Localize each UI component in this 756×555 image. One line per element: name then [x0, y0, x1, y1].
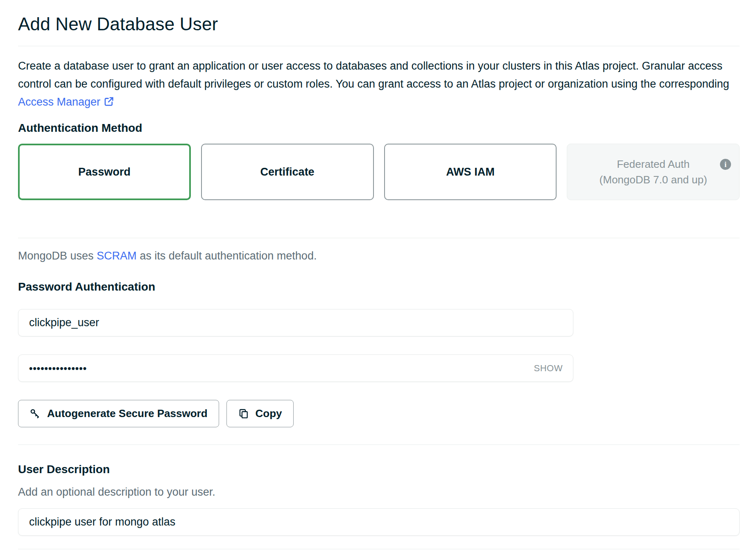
username-input[interactable]	[18, 309, 573, 336]
info-icon[interactable]: i	[720, 159, 731, 170]
user-description-input[interactable]	[18, 508, 740, 536]
password-row: SHOW	[18, 354, 573, 382]
auth-card-aws-iam[interactable]: AWS IAM	[384, 144, 557, 200]
scram-link[interactable]: SCRAM	[97, 250, 137, 262]
add-database-user-page: Add New Database User Create a database …	[0, 0, 756, 549]
section-divider	[18, 238, 740, 238]
title-divider	[18, 46, 740, 46]
intro-text: Create a database user to grant an appli…	[18, 60, 729, 90]
password-section-divider	[18, 444, 740, 445]
username-row	[18, 309, 573, 336]
auth-method-cards: Password Certificate AWS IAM Federated A…	[18, 144, 740, 200]
intro-paragraph: Create a database user to grant an appli…	[18, 57, 740, 111]
page-title: Add New Database User	[18, 14, 740, 34]
description-row	[18, 508, 740, 536]
password-buttons: Autogenerate Secure Password Copy	[18, 400, 740, 427]
external-link-icon	[104, 96, 114, 107]
show-password-toggle[interactable]: SHOW	[534, 363, 563, 374]
copy-icon	[238, 408, 249, 420]
auth-card-password[interactable]: Password	[18, 144, 191, 200]
bottom-divider	[18, 549, 740, 549]
password-auth-heading: Password Authentication	[18, 280, 740, 293]
user-description-hint: Add an optional description to your user…	[18, 486, 740, 499]
copy-password-button[interactable]: Copy	[226, 400, 294, 427]
autogenerate-password-button[interactable]: Autogenerate Secure Password	[18, 400, 219, 427]
auth-card-federated-auth: Federated Auth (MongoDB 7.0 and up) i	[567, 144, 740, 200]
auth-method-label: Authentication Method	[18, 122, 740, 135]
auth-card-certificate[interactable]: Certificate	[201, 144, 374, 200]
scram-note: MongoDB uses SCRAM as its default authen…	[18, 250, 740, 262]
key-icon	[29, 408, 41, 420]
password-input[interactable]	[18, 354, 573, 382]
access-manager-link[interactable]: Access Manager	[18, 96, 114, 108]
user-description-heading: User Description	[18, 463, 740, 476]
